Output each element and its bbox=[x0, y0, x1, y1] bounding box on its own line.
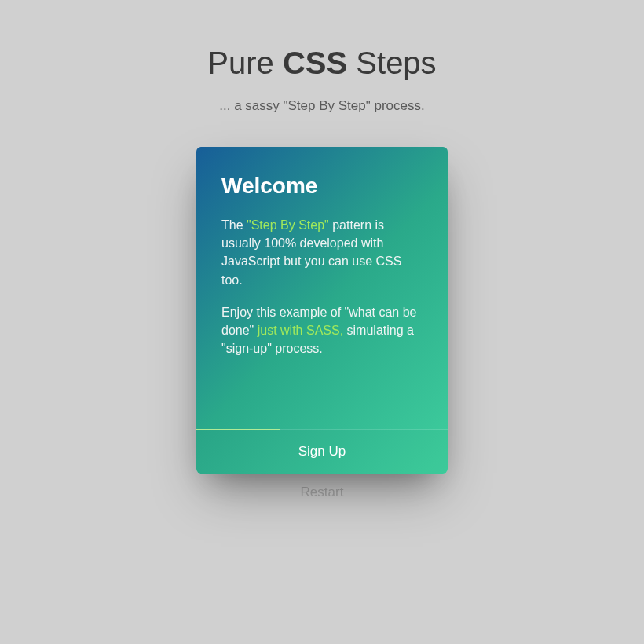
card-body: Welcome The "Step By Step" pattern is us… bbox=[196, 147, 448, 429]
page-title: Pure CSS Steps bbox=[0, 46, 644, 81]
progress-track bbox=[196, 429, 448, 430]
card-paragraph-2: Enjoy this example of "what can be done"… bbox=[221, 303, 423, 358]
p1-highlight: "Step By Step" bbox=[247, 218, 329, 232]
page-title-pre: Pure bbox=[207, 46, 283, 80]
progress-fill bbox=[196, 429, 280, 430]
page-title-bold: CSS bbox=[283, 46, 347, 80]
card-heading: Welcome bbox=[221, 174, 423, 199]
card-paragraph-1: The "Step By Step" pattern is usually 10… bbox=[221, 216, 423, 289]
step-card: Welcome The "Step By Step" pattern is us… bbox=[196, 147, 448, 474]
page-subtitle: ... a sassy "Step By Step" process. bbox=[0, 98, 644, 114]
signup-button[interactable]: Sign Up bbox=[196, 430, 448, 474]
restart-button[interactable]: Restart bbox=[0, 485, 644, 500]
p2-highlight: just with SASS, bbox=[258, 324, 343, 337]
p1-pre: The bbox=[221, 218, 247, 232]
page-title-post: Steps bbox=[347, 46, 436, 80]
